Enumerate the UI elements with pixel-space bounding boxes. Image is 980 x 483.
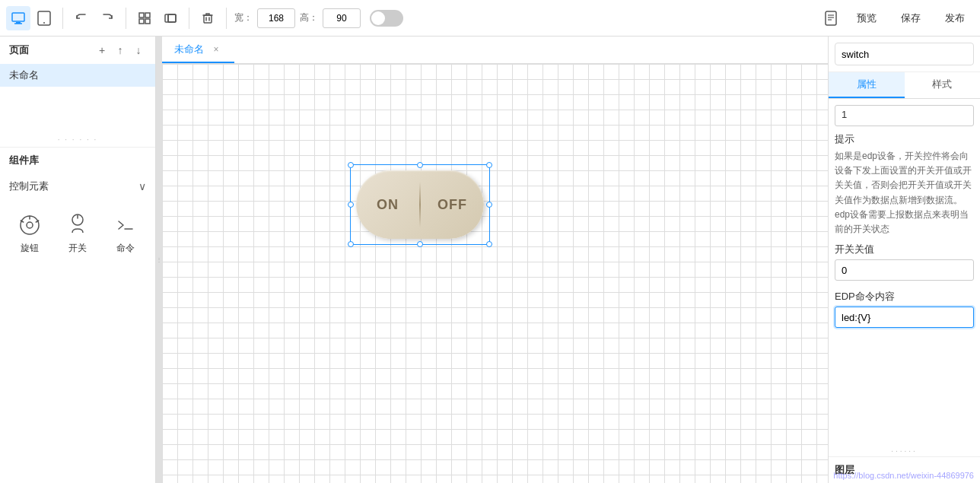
comp-command[interactable]: 命令 bbox=[104, 205, 146, 261]
width-label: 宽： bbox=[234, 11, 253, 24]
components-title: 组件库 bbox=[9, 154, 39, 167]
left-panel: 页面 + ↑ ↓ 未命名 · · · · · · 组件库 控制元素 ∨ bbox=[0, 37, 156, 483]
add-page-btn[interactable]: + bbox=[94, 43, 110, 58]
hint-label: 提示 bbox=[835, 132, 974, 146]
height-label: 高： bbox=[300, 11, 318, 24]
svg-point-4 bbox=[43, 22, 45, 24]
canvas-tab-close[interactable]: × bbox=[210, 43, 222, 56]
right-search bbox=[829, 37, 980, 72]
right-panel: 属性 样式 1 提示 如果是edp设备，开关控件将会向设备下发上面设置的开关开值… bbox=[828, 37, 980, 483]
control-arrow: ∨ bbox=[138, 180, 146, 192]
command-label: 命令 bbox=[116, 242, 135, 255]
right-tabs: 属性 样式 bbox=[829, 72, 980, 99]
undo-btn[interactable] bbox=[69, 6, 94, 30]
prop-value-box: 1 bbox=[835, 105, 974, 126]
sep1 bbox=[62, 8, 63, 29]
svg-rect-15 bbox=[826, 11, 836, 25]
tablet-icon bbox=[37, 11, 51, 26]
comp-knob[interactable]: 旋钮 bbox=[9, 205, 51, 261]
on-btn[interactable]: ON bbox=[356, 170, 419, 239]
left-resize-handle[interactable]: ⋮ bbox=[156, 37, 162, 483]
right-content: 1 提示 如果是edp设备，开关控件将会向设备下发上面设置的开关开值或开关关值，… bbox=[829, 99, 980, 442]
components-header[interactable]: 组件库 bbox=[0, 148, 155, 173]
pages-drag-handle: · · · · · · bbox=[0, 132, 155, 147]
sep3 bbox=[189, 8, 189, 29]
redo-icon bbox=[100, 11, 114, 25]
svg-rect-10 bbox=[168, 14, 176, 22]
svg-rect-6 bbox=[145, 13, 150, 17]
resize-dots: ⋮ bbox=[156, 256, 162, 263]
svg-rect-12 bbox=[204, 15, 212, 23]
height-input[interactable] bbox=[323, 8, 361, 28]
switch-label: 开关 bbox=[68, 242, 87, 255]
canvas-tabs: 未命名 × bbox=[162, 37, 828, 64]
tablet-btn[interactable] bbox=[32, 6, 56, 30]
svg-rect-0 bbox=[12, 13, 24, 21]
toolbar: 宽： 高： 预览 保存 发布 bbox=[0, 0, 980, 37]
edp-label: EDP命令内容 bbox=[835, 290, 974, 303]
knob-icon bbox=[16, 211, 43, 239]
control-header[interactable]: 控制元素 ∨ bbox=[0, 173, 155, 199]
off-value-label: 开关关值 bbox=[835, 243, 974, 256]
search-input[interactable] bbox=[835, 43, 974, 65]
toggle-switch[interactable] bbox=[370, 10, 403, 27]
pages-section: 页面 + ↑ ↓ 未命名 · · · · · · bbox=[0, 37, 155, 148]
canvas-content[interactable]: ON OFF bbox=[162, 64, 828, 483]
page-down-btn[interactable]: ↓ bbox=[131, 43, 146, 58]
sep4 bbox=[226, 8, 227, 29]
sep2 bbox=[126, 8, 126, 29]
component-section: 组件库 控制元素 ∨ 旋钮 bbox=[0, 148, 155, 483]
onoff-widget[interactable]: ON OFF bbox=[356, 170, 484, 239]
svg-rect-7 bbox=[139, 19, 144, 24]
pages-header: 页面 + ↑ ↓ bbox=[0, 37, 155, 64]
device-mode-group bbox=[6, 6, 56, 30]
canvas-tab-main[interactable]: 未命名 × bbox=[162, 37, 234, 63]
watermark: https://blog.csdn.net/weixin-44869976 bbox=[833, 471, 974, 480]
command-icon bbox=[112, 211, 139, 239]
tab-style[interactable]: 样式 bbox=[905, 72, 981, 98]
grid-icon bbox=[138, 11, 151, 25]
history-group bbox=[69, 6, 119, 30]
group-icon bbox=[164, 11, 177, 25]
grid-btn[interactable] bbox=[132, 6, 157, 30]
control-label: 控制元素 bbox=[9, 180, 49, 193]
tab-attr[interactable]: 属性 bbox=[829, 72, 905, 98]
pages-title: 页面 bbox=[9, 43, 29, 57]
svg-rect-8 bbox=[145, 19, 150, 24]
main-layout: 页面 + ↑ ↓ 未命名 · · · · · · 组件库 控制元素 ∨ bbox=[0, 37, 980, 483]
page-item[interactable]: 未命名 bbox=[0, 64, 155, 87]
off-btn[interactable]: OFF bbox=[421, 170, 484, 239]
group-btn[interactable] bbox=[158, 6, 183, 30]
svg-point-20 bbox=[27, 222, 33, 228]
search-wrap bbox=[835, 43, 974, 65]
switch-icon bbox=[64, 211, 91, 239]
toolbar-right: 预览 保存 发布 bbox=[820, 8, 974, 29]
page-up-btn[interactable]: ↑ bbox=[113, 43, 128, 58]
hint-text: 如果是edp设备，开关控件将会向设备下发上面设置的开关开值或开关关值，否则会把开… bbox=[835, 149, 974, 237]
publish-btn[interactable]: 发布 bbox=[936, 8, 974, 29]
width-input[interactable] bbox=[257, 8, 295, 28]
preview-btn[interactable]: 预览 bbox=[848, 8, 886, 29]
undo-icon bbox=[75, 11, 88, 25]
delete-icon bbox=[201, 11, 215, 25]
right-drag: ...... bbox=[829, 442, 980, 456]
document-icon bbox=[822, 10, 839, 27]
redo-btn[interactable] bbox=[95, 6, 119, 30]
doc-icon[interactable] bbox=[820, 8, 842, 29]
canvas-bg bbox=[162, 64, 828, 483]
svg-rect-5 bbox=[139, 13, 144, 17]
pages-header-btns: + ↑ ↓ bbox=[94, 43, 146, 58]
monitor-icon bbox=[11, 11, 26, 26]
edp-value-input[interactable] bbox=[835, 307, 974, 328]
canvas-area: 未命名 × ON OFF bbox=[162, 37, 828, 483]
monitor-btn[interactable] bbox=[6, 6, 30, 30]
comp-switch[interactable]: 开关 bbox=[57, 205, 99, 261]
canvas-tab-label: 未命名 bbox=[174, 43, 204, 56]
save-btn[interactable]: 保存 bbox=[892, 8, 930, 29]
knob-label: 旋钮 bbox=[21, 242, 39, 255]
widget-container[interactable]: ON OFF bbox=[356, 170, 484, 239]
comp-category: 旋钮 开关 bbox=[0, 199, 155, 267]
off-value-input[interactable] bbox=[835, 259, 974, 281]
delete-btn[interactable] bbox=[196, 6, 220, 30]
layout-group bbox=[132, 6, 183, 30]
